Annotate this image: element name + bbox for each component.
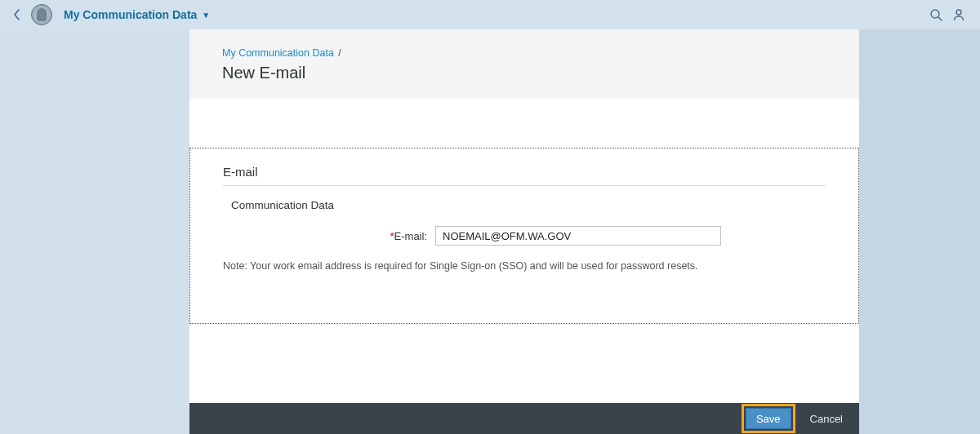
save-highlight-box: Save: [742, 404, 795, 433]
state-seal-logo: [31, 4, 52, 25]
svg-point-0: [931, 10, 939, 18]
svg-point-2: [956, 10, 961, 15]
back-button[interactable]: [10, 7, 24, 22]
save-button[interactable]: Save: [746, 408, 791, 429]
panel-header: My Communication Data / New E-mail: [189, 29, 859, 99]
email-input[interactable]: [435, 226, 721, 246]
app-title-text: My Communication Data: [64, 8, 197, 21]
search-icon: [929, 8, 942, 21]
email-label-text: E-mail:: [394, 230, 427, 242]
breadcrumb-separator: /: [338, 47, 341, 59]
subsection-title: Communication Data: [231, 199, 826, 211]
page-title: New E-mail: [222, 64, 826, 82]
panel-body: E-mail Communication Data *E-mail: Note:…: [189, 99, 859, 434]
footer-bar: Save Cancel: [189, 403, 859, 434]
top-bar: My Communication Data ▼: [0, 0, 980, 29]
form-note: Note: Your work email address is require…: [223, 260, 826, 272]
app-title-dropdown[interactable]: My Communication Data ▼: [64, 8, 210, 21]
email-form-section: E-mail Communication Data *E-mail: Note:…: [189, 148, 859, 324]
user-icon: [952, 8, 965, 21]
cancel-button[interactable]: Cancel: [800, 408, 853, 429]
search-button[interactable]: [924, 3, 947, 26]
email-field-row: *E-mail:: [223, 226, 826, 246]
section-title: E-mail: [223, 165, 826, 186]
svg-line-1: [938, 17, 942, 20]
breadcrumb-parent-link[interactable]: My Communication Data: [222, 47, 334, 59]
main-panel: My Communication Data / New E-mail E-mai…: [189, 29, 859, 434]
user-button[interactable]: [947, 3, 970, 26]
email-label: *E-mail:: [223, 230, 435, 242]
breadcrumb: My Communication Data /: [222, 47, 826, 59]
chevron-left-icon: [13, 9, 21, 20]
caret-down-icon: ▼: [202, 11, 210, 20]
